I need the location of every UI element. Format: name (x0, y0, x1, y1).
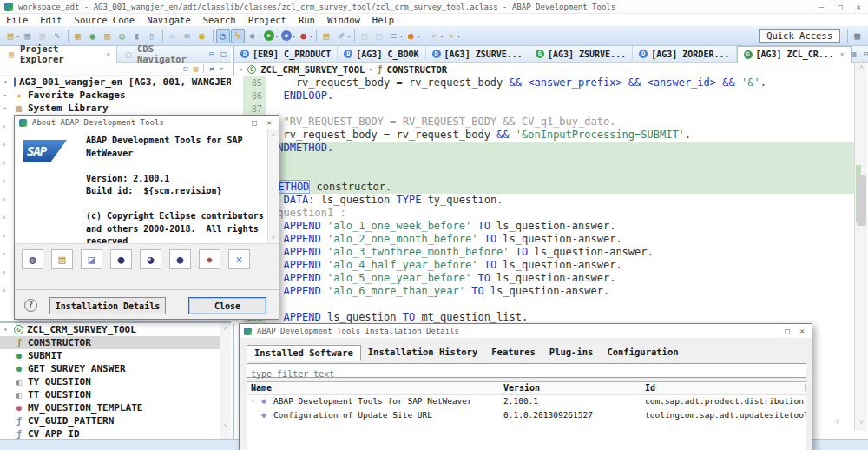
column-header-id[interactable]: Id (645, 383, 655, 393)
outline-item-tt-question[interactable]: ◧TT_QUESTION (0, 388, 231, 401)
plugin-dev-icon[interactable]: ◪ (81, 249, 102, 269)
dropdown-caret-icon[interactable]: ▾ (275, 33, 279, 39)
code-line[interactable]: 98 APPEND 'alo_3_twothree_month_before' … (233, 246, 854, 259)
outline-root-zcl-crm-survey-tool[interactable]: ▾GZCL_CRM_SURVEY_TOOL (0, 323, 231, 336)
outline-item-constructor[interactable]: ƒCONSTRUCTOR (0, 336, 231, 349)
table-row[interactable]: ❖Configuration of Update Site URL0.1.0.2… (247, 409, 806, 423)
outline-item-cv-guid-pattern[interactable]: ƒCV_GUID_PATTERN (0, 414, 231, 427)
dropdown-caret-icon[interactable]: ▾ (293, 33, 296, 39)
dropdown-caret-icon[interactable]: ▾ (457, 33, 461, 39)
install-tab-features[interactable]: Features (484, 345, 542, 361)
filter-input[interactable] (247, 367, 806, 381)
column-header-p[interactable]: P (805, 383, 806, 393)
focus-icon[interactable]: ⇄ (209, 64, 214, 73)
expand-arrow-icon[interactable]: › (2, 176, 10, 185)
menu-navigate[interactable]: Navigate (141, 15, 197, 25)
new-abap-repo-icon[interactable]: ▤ (319, 29, 333, 43)
expand-arrow-icon[interactable]: › (2, 286, 10, 294)
editor-tab-ag3-zcl-cr[interactable]: G[AG3] ZCL_CR...✕ (737, 46, 852, 63)
installation-details-button[interactable]: Installation Details (49, 297, 166, 314)
refresh-icon[interactable]: ● (195, 29, 209, 43)
table-row[interactable]: ›❖ABAP Development Tools for SAP NetWeav… (247, 395, 806, 409)
profile-icon[interactable]: ●▾ (297, 29, 313, 43)
code-editor[interactable]: 85 rv_request_body = rv_request_body && … (233, 76, 854, 324)
code-line[interactable]: 92 (233, 168, 854, 181)
scroll-down-icon[interactable]: ˅ (855, 419, 868, 427)
scroll-up-icon[interactable]: ˄ (855, 63, 868, 71)
activate-inactive-icon[interactable]: ▮ (130, 29, 144, 43)
outline-item-ty-question[interactable]: ◧TY_QUESTION (0, 375, 231, 388)
outline-scrollbar[interactable]: ˄ ˅ (220, 323, 231, 439)
outline-item-mv-question-template[interactable]: ●MV_QUESTION_TEMPLATE (0, 401, 231, 414)
close-icon[interactable]: ✕ (800, 327, 805, 335)
breadcrumb-class[interactable]: ZCL_CRM_SURVEY_TOOL (260, 64, 365, 75)
minimize-icon[interactable]: – (819, 3, 824, 11)
scroll-up-icon[interactable]: ˄ (268, 129, 279, 139)
editor-tab-ag3-c-book[interactable]: D[AG3] C_BOOK (338, 46, 425, 63)
code-line[interactable]: 103 APPEND ls_question TO mt_question_li… (233, 311, 854, 324)
close-tab-icon[interactable]: ✕ (840, 50, 845, 58)
gef-icon[interactable]: ✹ (199, 249, 220, 269)
install-tab-configuration[interactable]: Configuration (600, 345, 685, 361)
activate-icon[interactable]: ◉ (86, 29, 100, 43)
dropdown-caret-icon[interactable]: ▾ (347, 33, 351, 39)
xml-tools-icon[interactable]: ✕ (228, 249, 250, 269)
run-icon[interactable]: ▶▾ (262, 29, 279, 43)
mass-activate-icon[interactable]: ▯ (145, 29, 159, 43)
editor-list-icon[interactable]: ▤ (852, 50, 856, 58)
install-tab-plug-ins[interactable]: Plug-ins (542, 345, 601, 361)
dropdown-caret-icon[interactable]: ▾ (440, 33, 444, 39)
editor-vscrollbar[interactable]: ˄ ˅ (854, 63, 867, 431)
expand-arrow-icon[interactable]: › (2, 268, 10, 276)
expand-arrow-icon[interactable]: › (2, 122, 10, 130)
expand-arrow-icon[interactable]: › (251, 397, 255, 405)
column-header-version[interactable]: Version (503, 383, 540, 393)
scroll-down-icon[interactable]: ˅ (268, 235, 279, 242)
new-wizard-icon[interactable]: ▤▾ (3, 29, 20, 43)
collapse-all-icon[interactable]: ⊟ (183, 64, 187, 73)
code-line[interactable]: 85 rv_request_body = rv_request_body && … (233, 76, 854, 89)
quick-fix-lightning-icon[interactable]: ϟ (231, 29, 245, 43)
column-header-name[interactable]: Name (251, 383, 272, 393)
expand-arrow-icon[interactable]: › (2, 195, 10, 203)
link-with-editor-icon[interactable]: ∞ (181, 29, 194, 43)
view-tab-cds-navigator[interactable]: ▢CDS Navigator (117, 46, 209, 63)
install-tab-installed-software[interactable]: Installed Software (247, 345, 361, 361)
code-line[interactable]: 102 (233, 298, 854, 311)
dropdown-caret-icon[interactable]: ▾ (310, 33, 313, 39)
code-line[interactable]: 96 APPEND 'alo_1_one_week_before' TO ls_… (233, 220, 854, 233)
code-line[interactable]: 100 APPEND 'alo_5_one_year_before' TO ls… (233, 272, 854, 285)
editor-tab-er9-c-product[interactable]: D[ER9] C_PRODUCT (234, 46, 338, 63)
tree-item-ag3-001-wangjer-en[interactable]: ▾AG3_001_wangjer_en [AG3, 001, WANGJER, … (0, 76, 231, 89)
menu-search[interactable]: Search (197, 15, 242, 25)
equinox-icon[interactable]: ◕ (140, 249, 161, 269)
editor-tab-ag3-zorder[interactable]: D[AG3] ZORDER... (633, 46, 736, 63)
open-object-icon[interactable]: ▣ (71, 29, 85, 43)
collapse-arrow-icon[interactable]: ▾ (3, 326, 10, 334)
maximize-icon[interactable]: □ (252, 118, 256, 127)
menu-edit[interactable]: Edit (34, 15, 68, 25)
close-icon[interactable]: ✕ (267, 118, 272, 127)
hscroll-right-arrow[interactable]: › (835, 417, 839, 426)
debug-icon[interactable]: ◉▾ (279, 29, 296, 43)
dropdown-caret-icon[interactable]: ▾ (259, 33, 262, 39)
wrench-icon[interactable]: ✐▾ (334, 29, 351, 43)
scrollbar-thumb[interactable] (857, 175, 866, 226)
save-all-icon[interactable]: ▦ (36, 29, 49, 43)
dropdown-caret-icon[interactable]: ▾ (16, 33, 20, 39)
minimize-view-icon[interactable]: ⊟ (209, 50, 214, 58)
expand-arrow-icon[interactable]: › (2, 249, 10, 258)
install-tab-installation-history[interactable]: Installation History (361, 345, 484, 361)
hierarchy-icon[interactable]: ≡▾ (387, 29, 404, 43)
breadcrumb-method[interactable]: CONSTRUCTOR (387, 64, 448, 75)
menu-help[interactable]: Help (366, 15, 400, 25)
annotation-icon[interactable]: ●▾ (404, 29, 420, 43)
dropdown-caret-icon[interactable]: ▾ (400, 33, 404, 39)
transport-icon[interactable]: ▱ (166, 29, 180, 43)
outline-item-submit[interactable]: ●SUBMIT (0, 349, 231, 362)
back-history-icon[interactable]: ↶▾ (427, 29, 444, 43)
expand-arrow-icon[interactable]: ▸ (3, 91, 10, 99)
menu-window[interactable]: Window (321, 15, 366, 25)
menu-file[interactable]: File (0, 15, 34, 25)
expand-arrow-icon[interactable]: › (2, 231, 10, 240)
